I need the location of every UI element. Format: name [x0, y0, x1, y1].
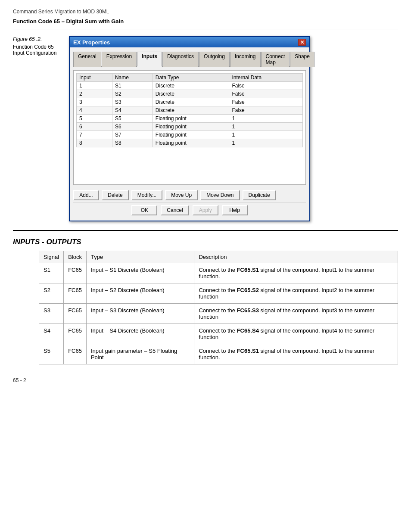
io-table-row: S4FC65Input – S4 Discrete (Boolean)Conne… — [39, 324, 398, 344]
io-table-row: S1FC65Input – S1 Discrete (Boolean)Conne… — [39, 263, 398, 283]
cell-internal_data: False — [229, 90, 303, 98]
io-col-description: Description — [194, 251, 398, 263]
cell-data_type: Floating point — [153, 131, 229, 139]
table-row: 3S3DiscreteFalse — [77, 98, 303, 106]
cell-input: 8 — [77, 139, 112, 147]
help-button[interactable]: Help — [222, 205, 248, 215]
cell-name: S5 — [112, 115, 153, 123]
io-cell-description: Connect to the FC65.S1 signal of the com… — [194, 344, 398, 364]
section-heading: Function Code 65 – Digital Sum with Gain — [13, 18, 398, 25]
io-table: Signal Block Type Description S1FC65Inpu… — [39, 251, 398, 364]
page-number: 65 - 2 — [13, 377, 398, 383]
cell-data_type: Floating point — [153, 123, 229, 131]
io-cell-block: FC65 — [64, 304, 87, 324]
cell-data_type: Discrete — [153, 98, 229, 106]
cell-name: S3 — [112, 98, 153, 106]
table-row: 1S1DiscreteFalse — [77, 82, 303, 90]
section-divider — [13, 29, 398, 29]
cell-name: S2 — [112, 90, 153, 98]
io-col-block: Block — [64, 251, 87, 263]
tab-expression[interactable]: Expression — [102, 52, 137, 67]
io-cell-type: Input – S3 Discrete (Boolean) — [86, 304, 194, 324]
cell-data_type: Discrete — [153, 90, 229, 98]
cell-internal_data: 1 — [229, 115, 303, 123]
cell-internal_data: 1 — [229, 131, 303, 139]
io-table-row: S3FC65Input – S3 Discrete (Boolean)Conne… — [39, 304, 398, 324]
cell-input: 4 — [77, 106, 112, 115]
io-section-title: INPUTS - OUTPUTS — [13, 238, 398, 246]
table-row: 4S4DiscreteFalse — [77, 106, 303, 115]
tab-connect-map[interactable]: Connect Map — [261, 52, 290, 67]
ex-properties-dialog: EX Properties ✕ General Expression Input… — [69, 36, 310, 221]
apply-button[interactable]: Apply — [193, 205, 218, 215]
table-row: 5S5Floating point1 — [77, 115, 303, 123]
tab-incoming[interactable]: Incoming — [230, 52, 261, 67]
io-col-signal: Signal — [39, 251, 64, 263]
duplicate-button[interactable]: Duplicate — [243, 190, 276, 200]
io-cell-signal: S5 — [39, 344, 64, 364]
col-header-name: Name — [112, 74, 153, 82]
table-row: 8S8Floating point1 — [77, 139, 303, 147]
io-cell-signal: S4 — [39, 324, 64, 344]
figure-label: Figure 65 .2. — [13, 36, 60, 42]
cell-input: 5 — [77, 115, 112, 123]
cell-internal_data: 1 — [229, 123, 303, 131]
dialog-body: General Expression Inputs Diagnostics Ou… — [70, 47, 309, 221]
cell-input: 2 — [77, 90, 112, 98]
io-cell-block: FC65 — [64, 283, 87, 304]
cell-name: S8 — [112, 139, 153, 147]
delete-button[interactable]: Delete — [102, 190, 129, 200]
table-spacer — [76, 147, 303, 182]
cell-internal_data: 1 — [229, 139, 303, 147]
inputs-table: Input Name Data Type Internal Data 1S1Di… — [76, 73, 303, 147]
io-cell-signal: S2 — [39, 283, 64, 304]
action-buttons-row: Add... Delete Modify... Move Up Move Dow… — [73, 188, 306, 202]
dialog-footer: OK Cancel Apply Help — [73, 202, 306, 217]
table-row: 6S6Floating point1 — [77, 123, 303, 131]
cell-input: 1 — [77, 82, 112, 90]
io-cell-type: Input – S2 Discrete (Boolean) — [86, 283, 194, 304]
tab-general[interactable]: General — [73, 52, 101, 67]
move-up-button[interactable]: Move Up — [165, 190, 198, 200]
cell-data_type: Discrete — [153, 106, 229, 115]
cell-name: S4 — [112, 106, 153, 115]
table-row: 2S2DiscreteFalse — [77, 90, 303, 98]
cancel-button[interactable]: Cancel — [161, 205, 189, 215]
tab-outgoing[interactable]: Outgoing — [199, 52, 230, 67]
add-button[interactable]: Add... — [73, 190, 99, 200]
cell-input: 7 — [77, 131, 112, 139]
figure-caption: Figure 65 .2. Function Code 65 Input Con… — [13, 36, 60, 221]
doc-title: Command Series Migration to MOD 30ML — [13, 9, 398, 15]
ok-button[interactable]: OK — [131, 205, 157, 215]
cell-data_type: Floating point — [153, 139, 229, 147]
tab-shape[interactable]: Shape — [290, 52, 314, 67]
tab-content-inputs: Input Name Data Type Internal Data 1S1Di… — [73, 70, 306, 185]
col-header-input: Input — [77, 74, 112, 82]
modify-button[interactable]: Modify... — [131, 190, 162, 200]
figure-description: Function Code 65 Input Configuration — [13, 44, 60, 56]
dialog-close-button[interactable]: ✕ — [298, 39, 306, 46]
move-down-button[interactable]: Move Down — [200, 190, 240, 200]
cell-name: S1 — [112, 82, 153, 90]
cell-data_type: Floating point — [153, 115, 229, 123]
col-header-internaldata: Internal Data — [229, 74, 303, 82]
io-cell-signal: S1 — [39, 263, 64, 283]
tab-diagnostics[interactable]: Diagnostics — [162, 52, 199, 67]
cell-internal_data: False — [229, 98, 303, 106]
cell-name: S6 — [112, 123, 153, 131]
cell-name: S7 — [112, 131, 153, 139]
table-row: 7S7Floating point1 — [77, 131, 303, 139]
io-cell-description: Connect to the FC65.S2 signal of the com… — [194, 283, 398, 304]
cell-input: 6 — [77, 123, 112, 131]
cell-data_type: Discrete — [153, 82, 229, 90]
cell-input: 3 — [77, 98, 112, 106]
io-cell-type: Input gain parameter – S5 Floating Point — [86, 344, 194, 364]
io-cell-block: FC65 — [64, 263, 87, 283]
io-table-row: S5FC65Input gain parameter – S5 Floating… — [39, 344, 398, 364]
dialog-title: EX Properties — [73, 39, 110, 46]
io-cell-block: FC65 — [64, 344, 87, 364]
io-cell-description: Connect to the FC65.S1 signal of the com… — [194, 263, 398, 283]
tab-inputs[interactable]: Inputs — [137, 52, 162, 67]
io-cell-description: Connect to the FC65.S4 signal of the com… — [194, 324, 398, 344]
io-col-type: Type — [86, 251, 194, 263]
